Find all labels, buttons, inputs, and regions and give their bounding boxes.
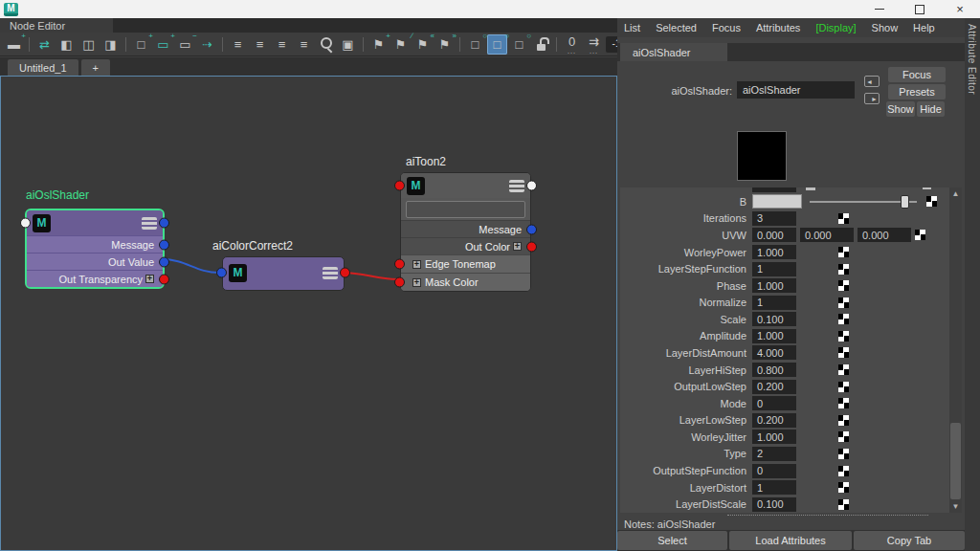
map-texture-icon[interactable] bbox=[838, 398, 849, 408]
attribute-value-field[interactable]: 0.000 bbox=[858, 228, 911, 242]
menu-attributes[interactable]: Attributes bbox=[756, 22, 800, 33]
menu-show[interactable]: Show bbox=[872, 22, 899, 33]
node-row-message[interactable]: Message bbox=[401, 220, 530, 237]
attribute-value-field[interactable]: 1.000 bbox=[752, 430, 796, 444]
input-port-white[interactable] bbox=[20, 218, 31, 229]
input-output-connections-icon[interactable]: ◫ bbox=[78, 34, 99, 55]
input-port[interactable] bbox=[216, 268, 227, 278]
message-port[interactable] bbox=[526, 224, 537, 234]
map-texture-icon[interactable] bbox=[838, 213, 849, 224]
node-row-out-color[interactable]: Out Color + bbox=[401, 237, 530, 254]
map-texture-icon[interactable] bbox=[838, 298, 849, 308]
scroll-down-icon[interactable]: ▼ bbox=[949, 500, 962, 513]
menu-help[interactable]: Help bbox=[913, 22, 935, 33]
channel-slider[interactable] bbox=[810, 195, 917, 209]
header-port-red[interactable] bbox=[394, 181, 405, 191]
push-connections-icon[interactable]: ⇢ bbox=[197, 34, 217, 55]
out-value-port[interactable] bbox=[159, 256, 169, 267]
display-custom-icon[interactable]: ≡ bbox=[294, 34, 314, 55]
map-texture-icon[interactable] bbox=[838, 364, 849, 375]
show-button[interactable]: Show bbox=[886, 101, 915, 117]
attribute-value-field[interactable]: 3 bbox=[752, 211, 796, 226]
add-selected-to-graph-icon[interactable]: ▭+ bbox=[153, 34, 173, 55]
header-port-blue[interactable] bbox=[159, 218, 169, 229]
drag-out-icon[interactable]: ► bbox=[864, 93, 880, 104]
node-view-mode-a-icon[interactable]: □○ bbox=[465, 34, 485, 55]
lock-icon[interactable] bbox=[531, 34, 551, 55]
node-graph-view[interactable]: aiOslShader M Message Out Value Out Tran… bbox=[0, 76, 617, 551]
map-texture-icon[interactable] bbox=[838, 415, 849, 426]
attribute-value-field[interactable]: 1 bbox=[752, 480, 796, 495]
expand-plus-icon[interactable]: + bbox=[145, 275, 154, 283]
node-display-mode-icon[interactable] bbox=[142, 217, 157, 230]
node-view-mode-b-icon[interactable]: □○ bbox=[487, 34, 507, 55]
attribute-value-field[interactable]: 0.100 bbox=[752, 312, 796, 326]
attribute-value-field[interactable]: 1.000 bbox=[752, 245, 796, 259]
attribute-value-field[interactable]: 0.200 bbox=[752, 380, 796, 394]
menu-focus[interactable]: Focus bbox=[712, 22, 741, 33]
presets-button[interactable]: Presets bbox=[888, 84, 946, 99]
node-display-mode-icon[interactable] bbox=[509, 180, 524, 192]
color-channel-field[interactable] bbox=[752, 194, 802, 209]
scrollbar-thumb[interactable] bbox=[950, 423, 961, 499]
attribute-value-field[interactable]: 4.000 bbox=[752, 345, 796, 360]
color-swatch[interactable] bbox=[737, 131, 787, 181]
map-texture-icon[interactable] bbox=[838, 331, 849, 342]
bookmark-previous-icon[interactable]: ⚑« bbox=[412, 34, 433, 55]
new-graph-tab-button[interactable]: + bbox=[81, 59, 110, 76]
search-icon[interactable] bbox=[316, 34, 336, 55]
restore-button[interactable] bbox=[900, 0, 940, 18]
map-texture-icon[interactable] bbox=[838, 482, 849, 493]
map-texture-icon[interactable] bbox=[838, 280, 849, 291]
close-button[interactable]: × bbox=[940, 0, 980, 18]
node-display-mode-icon[interactable] bbox=[323, 267, 338, 279]
expand-graph-icon[interactable]: □+ bbox=[131, 34, 151, 55]
scroll-up-icon[interactable]: ▲ bbox=[949, 187, 962, 200]
header-port-white[interactable] bbox=[526, 181, 537, 191]
edge-tonemap-port[interactable] bbox=[394, 259, 405, 270]
notes-divider[interactable] bbox=[727, 515, 928, 516]
map-texture-icon[interactable] bbox=[838, 347, 849, 358]
attribute-value-field[interactable]: 0.000 bbox=[800, 228, 854, 242]
hide-button[interactable]: Hide bbox=[917, 101, 945, 117]
attribute-value-field[interactable]: 0 bbox=[752, 396, 796, 410]
node-aiColorCorrect2[interactable]: M bbox=[222, 256, 345, 291]
display-simple-icon[interactable]: ≡ bbox=[228, 34, 248, 55]
attribute-value-field[interactable]: 0 bbox=[752, 464, 796, 478]
slider-handle[interactable] bbox=[901, 195, 909, 209]
display-connected-icon[interactable]: ≡ bbox=[250, 34, 270, 55]
bookmark-next-icon[interactable]: ⚑» bbox=[434, 34, 455, 55]
menu-list[interactable]: List bbox=[624, 22, 640, 33]
focus-button[interactable]: Focus bbox=[888, 67, 946, 82]
remove-selected-from-graph-icon[interactable]: ▭− bbox=[175, 34, 195, 55]
map-texture-icon[interactable] bbox=[838, 431, 849, 442]
expand-plus-icon[interactable]: + bbox=[513, 242, 522, 251]
map-texture-icon[interactable] bbox=[838, 382, 849, 392]
map-texture-icon[interactable] bbox=[838, 264, 849, 275]
bookmark-edit-icon[interactable]: ⚑∕ bbox=[390, 34, 411, 55]
node-header[interactable]: M bbox=[223, 257, 344, 288]
menu-display[interactable]: [Display] bbox=[815, 22, 856, 33]
graph-tab-untitled-1[interactable]: Untitled_1 bbox=[8, 59, 78, 76]
wire-outvalue-to-colorcorrect[interactable] bbox=[162, 259, 219, 273]
mask-color-port[interactable] bbox=[394, 277, 405, 288]
attribute-value-field[interactable]: 0.800 bbox=[752, 363, 796, 377]
open-new-tab-icon[interactable]: ▣ bbox=[338, 34, 358, 55]
node-name-input[interactable]: aiOslShader bbox=[737, 81, 855, 99]
bookmark-add-icon[interactable]: ⚑+ bbox=[368, 34, 389, 55]
message-port[interactable] bbox=[159, 239, 169, 250]
node-editor-panel-title[interactable]: Node Editor bbox=[0, 18, 113, 33]
attribute-value-field[interactable]: 0.200 bbox=[752, 413, 796, 428]
node-header[interactable]: M bbox=[27, 210, 163, 235]
map-texture-icon[interactable] bbox=[838, 247, 849, 257]
out-color-port[interactable] bbox=[526, 241, 537, 252]
add-io-connections-icon[interactable]: ⇉... bbox=[584, 34, 604, 55]
node-header[interactable]: M bbox=[401, 173, 530, 198]
attribute-scrollbar[interactable]: ▲ ▼ bbox=[949, 187, 962, 513]
wire-colorcorrect-to-maskcolor[interactable] bbox=[343, 273, 397, 279]
menu-selected[interactable]: Selected bbox=[656, 22, 697, 33]
node-row-out-value[interactable]: Out Value bbox=[27, 253, 163, 270]
out-transparency-port[interactable] bbox=[159, 274, 169, 284]
map-texture-icon[interactable] bbox=[838, 466, 849, 476]
minimize-button[interactable] bbox=[859, 0, 900, 18]
